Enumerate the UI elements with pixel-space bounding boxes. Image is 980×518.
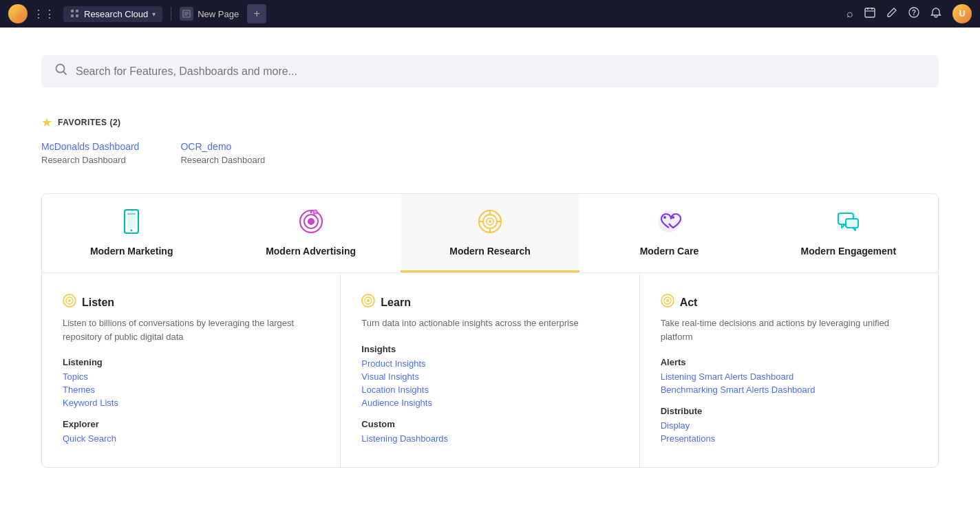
tab-content: Listen Listen to billions of conversatio…	[42, 273, 938, 467]
panel-desc-act: Take real-time decisions and actions by …	[661, 316, 917, 343]
top-nav: ⋮⋮ Research Cloud ▾ New Page + ⌕	[0, 0, 980, 28]
tab-modern-advertising[interactable]: Modern Advertising	[221, 194, 400, 272]
svg-point-0	[13, 9, 23, 19]
panel-desc-listen: Listen to billions of conversations by l…	[63, 316, 319, 343]
tab-icon-modern-advertising	[297, 208, 325, 239]
svg-point-36	[663, 216, 666, 219]
grid-icon[interactable]: ⋮⋮	[33, 8, 55, 21]
panel-act: Act Take real-time decisions and actions…	[640, 273, 938, 467]
panel-icon-act	[661, 294, 674, 311]
tab-label-modern-engagement: Modern Engagement	[801, 246, 896, 257]
panel-link[interactable]: Themes	[63, 385, 319, 395]
svg-rect-2	[71, 14, 74, 17]
app-switcher-button[interactable]: Research Cloud ▾	[63, 6, 162, 22]
tabs-section: Modern MarketingModern AdvertisingModern…	[41, 193, 939, 468]
search-bar	[41, 55, 939, 87]
add-tab-button[interactable]: +	[247, 4, 266, 23]
svg-text:?: ?	[912, 9, 916, 17]
favorites-header: ★ FAVORITES (2)	[41, 115, 939, 130]
tab-label-modern-marketing: Modern Marketing	[90, 246, 173, 257]
favorite-link[interactable]: OCR_demo	[180, 141, 265, 152]
panel-learn: Learn Turn data into actionable insights…	[341, 273, 639, 467]
panel-link[interactable]: Listening Smart Alerts Dashboard	[661, 371, 917, 382]
tab-icon-modern-care	[655, 208, 683, 239]
favorites-section: ★ FAVORITES (2) McDonalds DashboardResea…	[41, 115, 939, 166]
edit-icon[interactable]	[886, 7, 897, 21]
panel-link[interactable]: Quick Search	[63, 433, 319, 444]
nav-divider	[171, 7, 171, 21]
panel-link[interactable]: Listening Dashboards	[361, 433, 618, 444]
favorite-link[interactable]: McDonalds Dashboard	[41, 141, 139, 152]
tab-icon-modern-marketing	[118, 208, 145, 239]
panel-link[interactable]: Location Insights	[361, 385, 618, 395]
svg-rect-39	[846, 219, 858, 228]
page-icon	[180, 7, 193, 21]
panel-link[interactable]: Display	[661, 420, 917, 431]
svg-rect-9	[865, 8, 875, 17]
user-avatar[interactable]: U	[952, 4, 972, 23]
svg-point-42	[68, 299, 71, 302]
svg-rect-3	[76, 10, 78, 12]
new-page-item[interactable]: New Page	[180, 7, 239, 21]
panel-title-listen: Listen	[82, 296, 114, 309]
help-icon[interactable]: ?	[908, 7, 919, 21]
tab-modern-research[interactable]: Modern Research	[401, 194, 579, 272]
panel-section-title: Custom	[361, 419, 618, 429]
tabs-header: Modern MarketingModern AdvertisingModern…	[42, 194, 938, 273]
panel-icon-learn	[361, 294, 375, 311]
panel-link[interactable]: Visual Insights	[361, 371, 618, 382]
panel-icon-listen	[63, 294, 76, 311]
svg-point-37	[672, 216, 674, 219]
tab-label-modern-advertising: Modern Advertising	[266, 246, 356, 257]
panel-header-learn: Learn	[361, 294, 618, 311]
favorite-type: Research Dashboard	[41, 155, 126, 165]
new-page-label: New Page	[198, 9, 239, 19]
search-input[interactable]	[76, 65, 925, 78]
favorites-title: FAVORITES (2)	[58, 118, 121, 127]
tab-modern-care[interactable]: Modern Care	[579, 194, 758, 272]
search-icon[interactable]: ⌕	[846, 8, 853, 20]
panel-title-learn: Learn	[381, 296, 411, 309]
favorite-item: McDonalds DashboardResearch Dashboard	[41, 141, 139, 166]
panel-section-title: Insights	[361, 344, 618, 354]
panel-section-title: Explorer	[63, 419, 319, 429]
avatar-label: U	[959, 9, 966, 19]
panel-section-title: Listening	[63, 357, 319, 367]
panel-link[interactable]: Presentations	[661, 433, 917, 444]
favorite-type: Research Dashboard	[180, 155, 265, 165]
plus-icon: +	[254, 8, 260, 20]
app-icon	[70, 9, 80, 19]
panel-section-title: Alerts	[661, 357, 917, 367]
svg-point-23	[308, 218, 315, 225]
svg-point-45	[367, 299, 370, 302]
panel-header-act: Act	[661, 294, 917, 311]
panel-link[interactable]: Benchmarking Smart Alerts Dashboard	[661, 385, 917, 395]
calendar-icon[interactable]	[864, 7, 875, 21]
panel-link[interactable]: Audience Insights	[361, 398, 618, 408]
svg-point-19	[131, 230, 133, 232]
favorites-star-icon: ★	[41, 115, 52, 130]
tab-modern-marketing[interactable]: Modern Marketing	[42, 194, 221, 272]
favorites-list: McDonalds DashboardResearch DashboardOCR…	[41, 141, 939, 166]
tab-label-modern-care: Modern Care	[640, 246, 699, 257]
main-content: ★ FAVORITES (2) McDonalds DashboardResea…	[0, 28, 980, 518]
svg-rect-1	[71, 10, 74, 12]
svg-rect-18	[127, 213, 136, 228]
search-bar-icon	[55, 63, 67, 79]
tab-modern-engagement[interactable]: Modern Engagement	[759, 194, 938, 272]
favorite-item: OCR_demoResearch Dashboard	[180, 141, 265, 166]
panel-header-listen: Listen	[63, 294, 319, 311]
panel-title-act: Act	[680, 296, 698, 309]
app-name-label: Research Cloud	[84, 9, 148, 19]
app-logo[interactable]	[8, 4, 28, 23]
svg-line-16	[63, 72, 66, 74]
svg-point-30	[489, 220, 491, 223]
tab-label-modern-research: Modern Research	[449, 246, 530, 257]
panel-link[interactable]: Product Insights	[361, 358, 618, 369]
tab-icon-modern-research	[476, 208, 504, 239]
tab-icon-modern-engagement	[835, 208, 862, 239]
panel-link[interactable]: Keyword Lists	[63, 398, 319, 408]
bell-icon[interactable]	[930, 7, 941, 21]
panel-link[interactable]: Topics	[63, 371, 319, 382]
svg-point-26	[313, 210, 317, 214]
